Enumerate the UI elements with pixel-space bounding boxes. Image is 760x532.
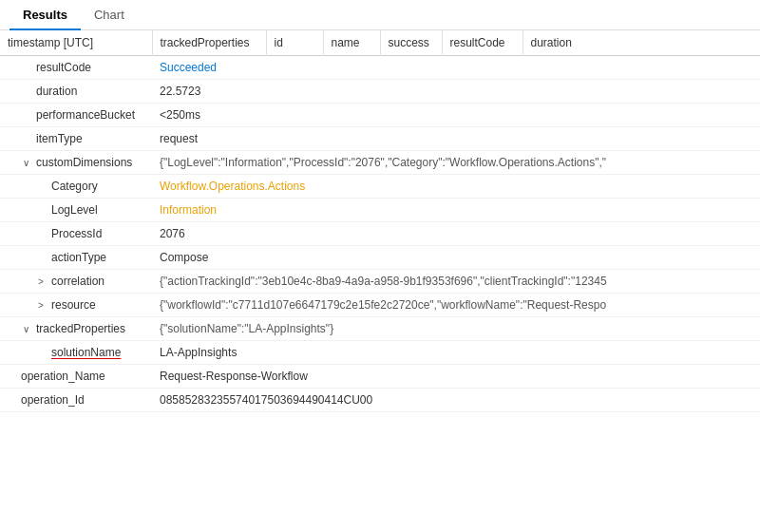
key-label: resultCode: [36, 61, 91, 74]
tab-results[interactable]: Results: [10, 0, 81, 29]
collapse-icon[interactable]: >: [38, 300, 51, 311]
col-header-timestamp[interactable]: timestamp [UTC]: [0, 30, 152, 56]
row-key-cell: solutionName: [0, 341, 152, 365]
expand-icon[interactable]: ∨: [23, 324, 36, 334]
col-header-success[interactable]: success: [380, 30, 442, 56]
row-key-cell: duration: [0, 80, 152, 104]
tab-chart[interactable]: Chart: [81, 0, 138, 29]
col-header-resultcode[interactable]: resultCode: [442, 30, 522, 56]
key-label: LogLevel: [51, 203, 98, 217]
table-row: operation_Id0858528323557401750369449041…: [0, 389, 760, 412]
row-key-cell: itemType: [0, 127, 152, 151]
table-row: performanceBucket<250ms: [0, 104, 760, 127]
row-key-cell: actionType: [0, 246, 152, 270]
key-label: customDimensions: [36, 156, 132, 169]
table-row: actionTypeCompose: [0, 246, 760, 270]
table-row: CategoryWorkflow.Operations.Actions: [0, 175, 760, 199]
table-row: ∨customDimensions{"LogLevel":"Informatio…: [0, 151, 760, 175]
col-header-name[interactable]: name: [323, 30, 380, 56]
row-key-cell: ∨customDimensions: [0, 151, 152, 175]
table-row: duration22.5723: [0, 80, 760, 104]
key-label: actionType: [51, 251, 106, 264]
row-key-cell: ∨trackedProperties: [0, 317, 152, 341]
key-label: operation_Name: [21, 370, 105, 383]
value-text: 2076: [160, 227, 185, 240]
json-preview: {"workflowId":"c7711d107e6647179c2e15fe2…: [160, 298, 606, 312]
row-value-cell: Workflow.Operations.Actions: [152, 175, 760, 199]
value-text: <250ms: [160, 108, 200, 122]
row-key-cell: resultCode: [0, 56, 152, 80]
value-text: LA-AppInsights: [160, 346, 237, 359]
key-label: Category: [51, 180, 98, 193]
row-value-cell: 2076: [152, 222, 760, 246]
results-table-wrapper: timestamp [UTC] trackedProperties id nam…: [0, 30, 760, 412]
value-text: Information: [160, 203, 217, 217]
value-text: 22.5723: [160, 85, 200, 98]
expand-icon[interactable]: ∨: [23, 158, 36, 168]
value-text: 08585283235574017503694490414CU00: [160, 393, 372, 407]
row-value-cell: request: [152, 127, 760, 151]
key-label: duration: [36, 85, 77, 98]
table-row: >correlation{"actionTrackingId":"3eb10e4…: [0, 270, 760, 294]
json-preview: {"LogLevel":"Information","ProcessId":"2…: [160, 156, 606, 169]
table-row: resultCodeSucceeded: [0, 56, 760, 80]
table-row: operation_NameRequest-Response-Workflow: [0, 365, 760, 389]
key-label: ProcessId: [51, 227, 102, 240]
json-preview: {"actionTrackingId":"3eb10e4c-8ba9-4a9a-…: [160, 275, 607, 288]
row-value-cell: {"LogLevel":"Information","ProcessId":"2…: [152, 151, 760, 175]
results-table: timestamp [UTC] trackedProperties id nam…: [0, 30, 760, 412]
key-label: trackedProperties: [36, 322, 125, 335]
table-row: solutionNameLA-AppInsights: [0, 341, 760, 365]
row-key-cell: operation_Name: [0, 365, 152, 389]
row-key-cell: >resource: [0, 294, 152, 317]
key-label: solutionName: [51, 346, 121, 359]
row-value-cell: {"actionTrackingId":"3eb10e4c-8ba9-4a9a-…: [152, 270, 760, 294]
collapse-icon[interactable]: >: [38, 276, 51, 287]
table-row: >resource{"workflowId":"c7711d107e664717…: [0, 294, 760, 317]
value-text: request: [160, 132, 198, 145]
row-value-cell: {"solutionName":"LA-AppInsights"}: [152, 317, 760, 341]
tabs-bar: Results Chart: [0, 0, 760, 30]
row-key-cell: performanceBucket: [0, 104, 152, 127]
key-label: correlation: [51, 275, 104, 288]
row-value-cell: LA-AppInsights: [152, 341, 760, 365]
table-row: ProcessId2076: [0, 222, 760, 246]
row-key-cell: Category: [0, 175, 152, 199]
key-label: operation_Id: [21, 393, 85, 407]
row-key-cell: ProcessId: [0, 222, 152, 246]
col-header-id[interactable]: id: [266, 30, 323, 56]
row-value-cell: <250ms: [152, 104, 760, 127]
value-text: Compose: [160, 251, 208, 264]
row-value-cell: 08585283235574017503694490414CU00: [152, 389, 760, 412]
value-text: Workflow.Operations.Actions: [160, 180, 305, 193]
col-header-duration[interactable]: duration: [522, 30, 760, 56]
table-header-row: timestamp [UTC] trackedProperties id nam…: [0, 30, 760, 56]
row-value-cell: 22.5723: [152, 80, 760, 104]
row-value-cell: Request-Response-Workflow: [152, 365, 760, 389]
row-value-cell: {"workflowId":"c7711d107e6647179c2e15fe2…: [152, 294, 760, 317]
row-value-cell: Succeeded: [152, 56, 760, 80]
row-key-cell: >correlation: [0, 270, 152, 294]
table-body: resultCodeSucceededduration22.5723perfor…: [0, 56, 760, 412]
table-row: ∨trackedProperties{"solutionName":"LA-Ap…: [0, 317, 760, 341]
value-text: Request-Response-Workflow: [160, 370, 308, 383]
row-value-cell: Information: [152, 199, 760, 222]
key-label: resource: [51, 298, 96, 312]
row-key-cell: operation_Id: [0, 389, 152, 412]
row-key-cell: LogLevel: [0, 199, 152, 222]
row-value-cell: Compose: [152, 246, 760, 270]
key-label: performanceBucket: [36, 108, 135, 122]
table-row: LogLevelInformation: [0, 199, 760, 222]
table-row: itemTyperequest: [0, 127, 760, 151]
key-label: itemType: [36, 132, 83, 145]
col-header-tracked[interactable]: trackedProperties: [152, 30, 266, 56]
json-preview: {"solutionName":"LA-AppInsights"}: [160, 322, 333, 335]
value-text: Succeeded: [160, 61, 217, 74]
